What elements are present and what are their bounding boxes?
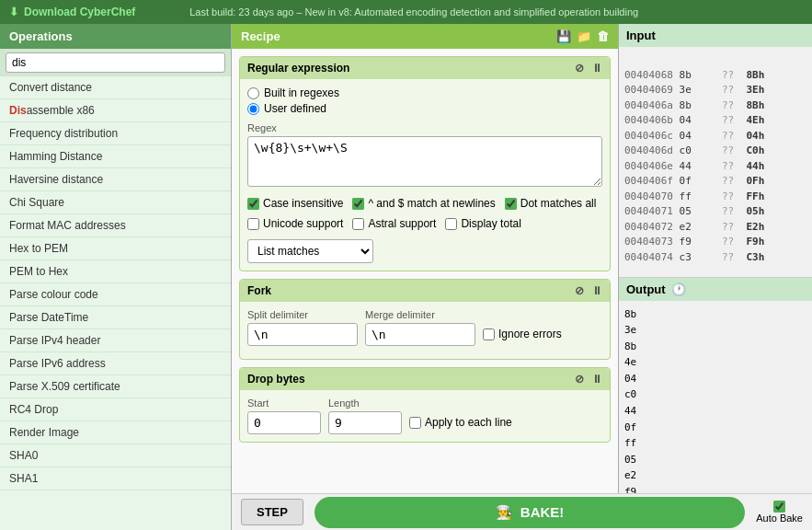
input-row: 00404068 8b ?? 8Bh <box>624 69 764 81</box>
length-input[interactable] <box>328 411 402 434</box>
radio-user-label: User defined <box>264 102 326 115</box>
checkbox-case-insensitive[interactable]: Case insensitive <box>247 197 343 210</box>
split-delimiter-input[interactable] <box>247 323 358 346</box>
sidebar-item-parse-ipv4-header[interactable]: Parse IPv4 header <box>0 329 231 352</box>
sidebar-item-hex-to-pem[interactable]: Hex to PEM <box>0 237 231 260</box>
case-insensitive-label: Case insensitive <box>263 197 343 210</box>
astral-input[interactable] <box>352 218 364 230</box>
sidebar-item-parse-datetime[interactable]: Parse DateTime <box>0 306 231 329</box>
drop-row: Start Length Apply to each line <box>247 398 602 434</box>
sidebar-item-label: Parse IPv6 address <box>9 357 106 370</box>
input-row: 0040406c 04 ?? 04h <box>624 130 764 142</box>
input-row: 0040406e 44 ?? 44h <box>624 160 764 172</box>
input-row: 0040406a 8b ?? 8Bh <box>624 99 764 111</box>
drop-bytes-pause-icon[interactable]: ⏸ <box>591 373 602 386</box>
auto-bake-label: Auto Bake <box>756 513 803 524</box>
sidebar-item-sha0[interactable]: SHA0 <box>0 444 231 467</box>
sidebar-item-frequency-distribution[interactable]: Frequency distribution <box>0 122 231 145</box>
start-label: Start <box>247 398 321 409</box>
unicode-input[interactable] <box>247 218 259 230</box>
drop-bytes-disable-icon[interactable]: ⊘ <box>575 373 584 386</box>
fork-block-controls: ⊘ ⏸ <box>575 284 602 297</box>
sidebar-item-parse-x509[interactable]: Parse X.509 certificate <box>0 375 231 398</box>
sidebar-item-label: Hamming Distance <box>9 150 102 163</box>
radio-builtin[interactable]: Built in regexes <box>247 86 602 99</box>
checkbox-unicode[interactable]: Unicode support <box>247 217 343 230</box>
merge-delimiter-label: Merge delimiter <box>365 309 475 320</box>
radio-builtin-input[interactable] <box>247 87 259 99</box>
regex-block: Regular expression ⊘ ⏸ Built in regexes <box>239 56 611 271</box>
regex-textarea[interactable]: \w{8}\s+\w+\S <box>247 136 602 187</box>
unicode-label: Unicode support <box>263 217 343 230</box>
radio-user-input[interactable] <box>247 103 259 115</box>
output-panel: Output 🕐 8b 3e 8b 4e 04 c0 44 0f ff 05 e… <box>619 278 812 531</box>
case-insensitive-input[interactable] <box>247 198 259 210</box>
sidebar-item-haversine-distance[interactable]: Haversine distance <box>0 168 231 191</box>
sidebar-item-disassemble-x86[interactable]: Disassemble x86 <box>0 99 231 122</box>
fork-block-body: Split delimiter Merge delimiter Ignore e… <box>240 302 610 359</box>
fork-row: Split delimiter Merge delimiter Ignore e… <box>247 309 602 346</box>
sidebar-item-convert-distance[interactable]: Convert distance <box>0 76 231 99</box>
step-button[interactable]: STEP <box>241 499 303 525</box>
sidebar-item-parse-colour-code[interactable]: Parse colour code <box>0 283 231 306</box>
sidebar-item-pem-to-hex[interactable]: PEM to Hex <box>0 260 231 283</box>
sidebar-item-parse-ipv6-address[interactable]: Parse IPv6 address <box>0 352 231 375</box>
fork-disable-icon[interactable]: ⊘ <box>575 284 584 297</box>
download-area[interactable]: ⬇ Download CyberChef <box>9 6 135 18</box>
regex-disable-icon[interactable]: ⊘ <box>575 62 584 75</box>
bake-button[interactable]: 👨‍🍳 BAKE! <box>315 497 745 528</box>
dot-all-input[interactable] <box>505 198 517 210</box>
center-scroll: Regular expression ⊘ ⏸ Built in regexes <box>232 56 618 494</box>
radio-builtin-label: Built in regexes <box>264 86 339 99</box>
apply-each-line-input[interactable] <box>409 417 421 429</box>
checkbox-dot-all[interactable]: Dot matches all <box>505 197 597 210</box>
sidebar-item-hamming-distance[interactable]: Hamming Distance <box>0 145 231 168</box>
drop-bytes-body: Start Length Apply to each line <box>240 390 610 442</box>
start-input[interactable] <box>247 411 321 434</box>
merge-delimiter-input[interactable] <box>365 323 475 346</box>
save-icon[interactable]: 💾 <box>556 29 571 43</box>
build-info: Last build: 23 days ago – New in v8: Aut… <box>135 6 692 17</box>
sidebar-item-sha1[interactable]: SHA1 <box>0 467 231 490</box>
checkbox-anchors[interactable]: ^ and $ match at newlines <box>352 197 495 210</box>
checkbox-astral[interactable]: Astral support <box>352 217 436 230</box>
bake-label: BAKE! <box>520 504 565 520</box>
drop-bytes-block: Drop bytes ⊘ ⏸ Start Length <box>239 367 611 443</box>
sidebar-item-chi-square[interactable]: Chi Square <box>0 191 231 214</box>
topbar: ⬇ Download CyberChef Last build: 23 days… <box>0 0 812 24</box>
drop-bytes-controls: ⊘ ⏸ <box>575 373 602 386</box>
radio-user[interactable]: User defined <box>247 102 602 115</box>
sidebar-item-render-image[interactable]: Render Image <box>0 421 231 444</box>
sidebar-item-label: Render Image <box>9 426 79 439</box>
input-row: 0040406f 0f ?? 0Fh <box>624 175 764 187</box>
checkbox-ignore-errors[interactable]: Ignore errors <box>483 328 562 340</box>
sidebar-item-rc4-drop[interactable]: RC4 Drop <box>0 398 231 421</box>
download-label[interactable]: Download CyberChef <box>24 6 135 18</box>
fork-block-title: Fork <box>247 284 271 297</box>
checkbox-apply-each-line[interactable]: Apply to each line <box>409 416 512 429</box>
center-panel: Recipe 💾 📁 🗑 Regular expression ⊘ ⏸ <box>232 24 619 530</box>
sidebar-item-format-mac[interactable]: Format MAC addresses <box>0 214 231 237</box>
sidebar-item-label: Hex to PEM <box>9 242 68 255</box>
sidebar-item-label: Disassemble x86 <box>9 104 95 117</box>
regex-pause-icon[interactable]: ⏸ <box>591 62 602 75</box>
input-row: 0040406d c0 ?? C0h <box>624 144 764 156</box>
auto-bake-checkbox[interactable] <box>773 501 785 513</box>
output-header: Output 🕐 <box>619 278 812 301</box>
display-total-input[interactable] <box>445 218 457 230</box>
sidebar-item-label: Parse colour code <box>9 288 98 301</box>
checkbox-display-total[interactable]: Display total <box>445 217 520 230</box>
right-panel: Input 00404068 8b ?? 8Bh 00404069 3e ?? … <box>619 24 812 530</box>
ignore-errors-input[interactable] <box>483 328 495 340</box>
regex-type-row: Built in regexes User defined <box>247 86 602 115</box>
anchors-input[interactable] <box>352 198 364 210</box>
download-icon: ⬇ <box>9 6 18 18</box>
bottom-bar: STEP 👨‍🍳 BAKE! Auto Bake <box>232 493 812 530</box>
load-icon[interactable]: 📁 <box>577 29 591 43</box>
clear-icon[interactable]: 🗑 <box>597 29 609 43</box>
output-content: 8b 3e 8b 4e 04 c0 44 0f ff 05 e2 f9 c3 <box>619 301 812 523</box>
fork-pause-icon[interactable]: ⏸ <box>591 284 602 297</box>
output-format-select[interactable]: List matches Highlight matches List capt… <box>247 239 373 263</box>
recipe-header: Recipe 💾 📁 🗑 <box>232 24 618 49</box>
search-input[interactable] <box>6 52 225 73</box>
